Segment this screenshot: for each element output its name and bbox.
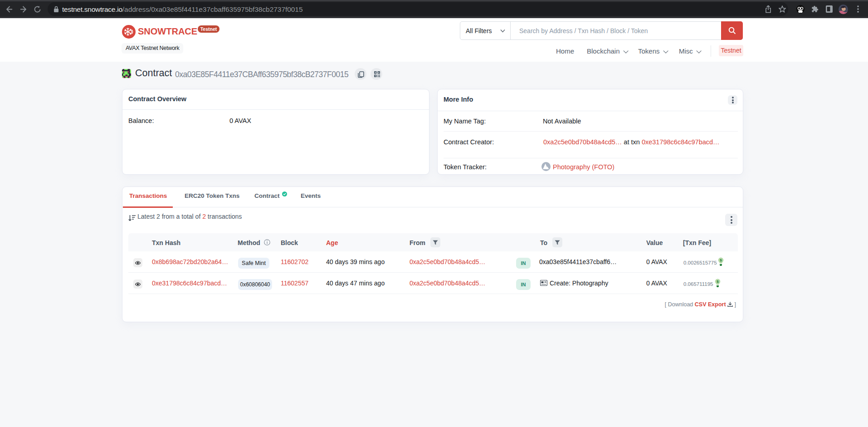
svg-text:$: $ xyxy=(717,280,719,284)
svg-text:$: $ xyxy=(720,258,722,262)
